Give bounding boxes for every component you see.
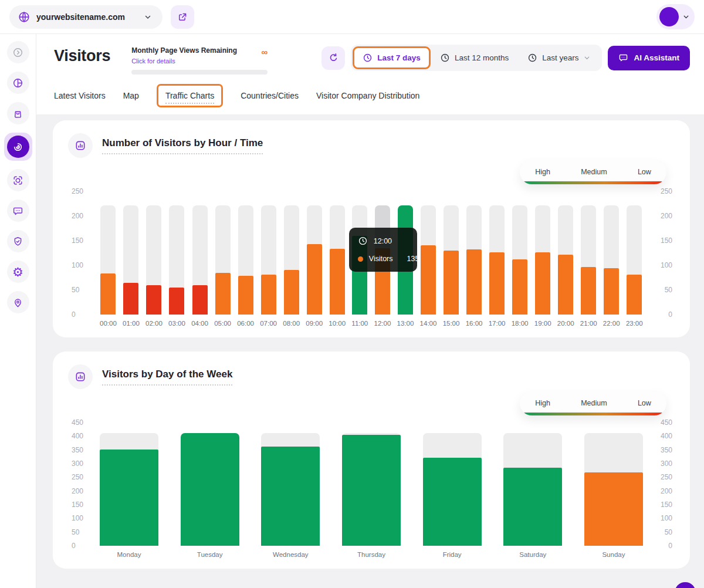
chart-column[interactable]: Monday bbox=[100, 423, 158, 558]
chart-column[interactable]: 08:00 bbox=[283, 191, 300, 327]
sidebar-item-settings[interactable]: ⚙ bbox=[7, 261, 29, 283]
range-last-years[interactable]: Last years bbox=[518, 47, 600, 69]
legend-low: Low bbox=[638, 399, 651, 407]
gear-icon: ⚙ bbox=[12, 266, 23, 278]
intensity-legend: High Medium Low bbox=[520, 391, 666, 415]
avatar bbox=[659, 7, 679, 26]
bar-value bbox=[604, 268, 619, 315]
bar-value bbox=[146, 285, 161, 315]
y-axis-left: 450400350300250200150100500 bbox=[68, 423, 93, 546]
chart-column[interactable]: 22:00 bbox=[603, 191, 620, 327]
chart-column[interactable]: 06:00 bbox=[237, 191, 254, 327]
x-axis-label: 05:00 bbox=[214, 320, 231, 327]
chart-column[interactable]: Saturday bbox=[503, 423, 562, 558]
range-last-7-days[interactable]: Last 7 days bbox=[353, 46, 431, 69]
open-site-button[interactable] bbox=[171, 5, 194, 29]
tooltip-series: Visitors bbox=[369, 255, 393, 263]
chart-column[interactable]: Wednesday bbox=[261, 423, 320, 558]
quota-progress-bar bbox=[131, 70, 268, 75]
tab-map[interactable]: Map bbox=[123, 91, 139, 100]
chart-column[interactable]: 02:00 bbox=[145, 191, 163, 327]
sidebar-item-getting-started[interactable] bbox=[7, 41, 29, 63]
x-axis-label: 21:00 bbox=[580, 320, 597, 327]
bar-value bbox=[581, 267, 596, 315]
chart-column[interactable]: 00:00 bbox=[100, 191, 117, 327]
x-axis-label: 23:00 bbox=[626, 320, 643, 327]
x-axis-label: 11:00 bbox=[351, 320, 368, 327]
bar-value bbox=[215, 273, 231, 315]
chevron-down-icon bbox=[144, 13, 152, 21]
bar-chart-icon bbox=[68, 133, 93, 158]
chart-column[interactable]: 18:00 bbox=[512, 191, 529, 327]
chart-column[interactable]: 07:00 bbox=[260, 191, 277, 327]
chart-column[interactable]: Tuesday bbox=[181, 423, 239, 558]
bar-value bbox=[444, 251, 459, 315]
tab-latest-visitors[interactable]: Latest Visitors bbox=[54, 91, 106, 100]
range-last-12-months[interactable]: Last 12 months bbox=[431, 47, 518, 69]
x-axis-label: Sunday bbox=[602, 551, 625, 558]
sidebar-item-ecommerce[interactable] bbox=[7, 102, 29, 124]
chart-column[interactable]: Thursday bbox=[342, 423, 401, 558]
legend-high: High bbox=[535, 399, 550, 407]
clock-icon bbox=[358, 236, 368, 246]
refresh-button[interactable] bbox=[321, 46, 345, 70]
chart-column[interactable]: 19:00 bbox=[534, 191, 551, 327]
bar-value bbox=[330, 249, 345, 315]
chart-column[interactable]: 17:00 bbox=[489, 191, 506, 327]
x-axis-label: 07:00 bbox=[260, 320, 277, 327]
chart-column[interactable]: 03:00 bbox=[168, 191, 185, 327]
chevron-down-icon bbox=[682, 13, 690, 21]
sidebar-item-locations[interactable] bbox=[7, 291, 29, 313]
page-title: Visitors bbox=[54, 43, 110, 65]
top-bar: yourwebsitename.com bbox=[0, 0, 704, 34]
chart-column[interactable]: 15:00 bbox=[443, 191, 460, 327]
sidebar-item-dashboard[interactable] bbox=[7, 72, 29, 94]
external-link-icon bbox=[177, 12, 188, 22]
x-axis-label: 19:00 bbox=[534, 320, 551, 327]
x-axis-label: 15:00 bbox=[443, 320, 460, 327]
tab-visitor-company-distribution[interactable]: Visitor Company Distribution bbox=[316, 91, 419, 100]
card-visitors-by-day: Visitors by Day of the Week High Medium … bbox=[53, 352, 690, 569]
chart-column[interactable]: 01:00 bbox=[123, 191, 140, 327]
sidebar-item-visitors-active[interactable] bbox=[4, 133, 32, 161]
chart-column[interactable]: 10:00 bbox=[329, 191, 346, 327]
chart-column[interactable]: Friday bbox=[423, 423, 482, 558]
bar-value bbox=[535, 252, 550, 315]
ai-assistant-button[interactable]: AI Assistant bbox=[608, 46, 690, 70]
user-menu[interactable] bbox=[656, 4, 695, 29]
location-pin-icon bbox=[12, 297, 23, 308]
chart-column[interactable]: 23:00 bbox=[626, 191, 643, 327]
intensity-legend: High Medium Low bbox=[520, 160, 666, 184]
bar-value bbox=[100, 450, 158, 546]
date-range-group: Last 7 days Last 12 months Last years bbox=[351, 45, 602, 71]
tab-countries-cities[interactable]: Countries/Cities bbox=[241, 91, 299, 100]
chart-column[interactable]: 14:00 bbox=[420, 191, 437, 327]
globe-icon bbox=[15, 9, 31, 25]
legend-high: High bbox=[535, 168, 550, 176]
sidebar-item-recordings[interactable] bbox=[7, 169, 29, 191]
site-selector[interactable]: yourwebsitename.com bbox=[9, 5, 163, 29]
chart-column[interactable]: 21:00 bbox=[580, 191, 597, 327]
bar-value bbox=[558, 255, 573, 315]
x-axis-label: Thursday bbox=[357, 551, 385, 558]
chart-column[interactable]: 04:00 bbox=[191, 191, 208, 327]
bar-value bbox=[421, 245, 436, 315]
tooltip-time: 12:00 bbox=[374, 237, 392, 245]
series-dot bbox=[358, 256, 363, 262]
bar-value bbox=[584, 472, 643, 546]
bar-value bbox=[503, 468, 562, 546]
bar-value bbox=[181, 433, 239, 546]
y-axis-left: 250200150100500 bbox=[68, 191, 93, 315]
chart-column[interactable]: 05:00 bbox=[214, 191, 231, 327]
chart-column[interactable]: Sunday bbox=[584, 423, 643, 558]
x-axis-label: 22:00 bbox=[603, 320, 620, 327]
chart-column[interactable]: 20:00 bbox=[557, 191, 574, 327]
tab-traffic-charts[interactable]: Traffic Charts bbox=[157, 84, 223, 107]
sidebar-item-feedback[interactable] bbox=[7, 200, 29, 222]
quota-details-link[interactable]: Click for details bbox=[131, 58, 268, 65]
chart-column[interactable]: 09:00 bbox=[306, 191, 323, 327]
x-axis-label: 20:00 bbox=[557, 320, 574, 327]
chart-column[interactable]: 16:00 bbox=[466, 191, 483, 327]
sidebar-item-security[interactable] bbox=[7, 230, 29, 252]
chart-title: Number of Visitors by Hour / Time bbox=[102, 137, 263, 154]
